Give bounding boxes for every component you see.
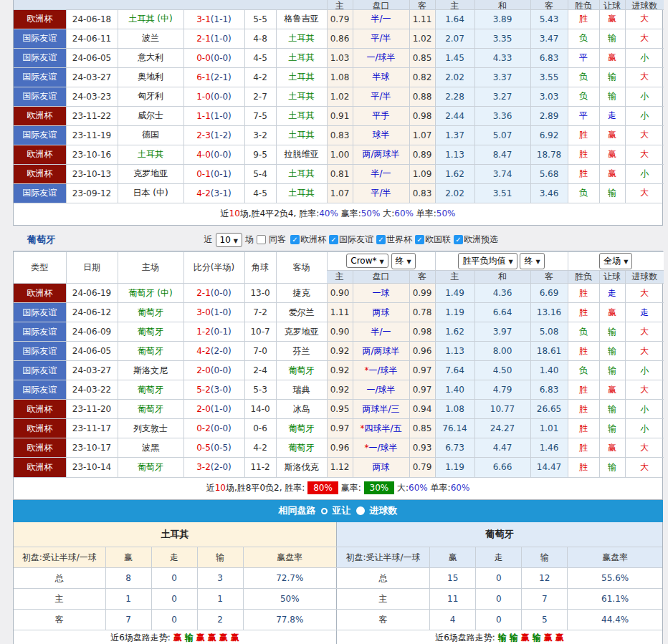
euro-final-select[interactable]: 终▼ <box>520 253 544 269</box>
comparison-row: 客 7 0 2 77.8% <box>14 610 336 630</box>
result-cell: 胜 <box>568 458 599 477</box>
portugal-table-block: 类型 日期 主场 比分(半场) 角球 客场 Crow*▼ 终▼ 胜平负均值▼ 终… <box>13 251 663 500</box>
fulltime-score: 2-3 <box>196 130 211 140</box>
asian-handicap-radio-label[interactable]: 亚让 <box>333 504 351 517</box>
result-cell: 胜 <box>568 419 599 438</box>
odds-type-select[interactable]: 胜平负均值▼ <box>458 253 517 269</box>
comparison-row: 客 4 0 5 44.4% <box>337 610 662 630</box>
league-checkbox[interactable]: ✓ <box>454 235 463 244</box>
euro-away-odds: 3.47 <box>530 29 568 48</box>
asian-home-odds: 1.07 <box>327 183 353 203</box>
league-checkbox[interactable]: ✓ <box>329 235 338 244</box>
score-cell: 0-0(0-0) <box>183 48 244 67</box>
date-cell: 24-06-09 <box>66 322 118 342</box>
portugal-section-bar: 葡萄牙 近 10▼ 场 同客 ✓欧洲杯✓国际友谊✓世界杯✓欧国联✓欧洲预选 <box>13 229 663 251</box>
league-checkbox[interactable]: ✓ <box>376 235 386 244</box>
col-euro-home: 主 <box>435 271 474 284</box>
euro-home-odds: 2.28 <box>435 87 474 106</box>
home-team-cell: 斯洛文尼 <box>118 361 183 380</box>
chevron-down-icon: ▼ <box>535 259 540 265</box>
euro-home-odds: 1.19 <box>435 303 474 322</box>
euro-away-odds: 6.69 <box>530 284 568 303</box>
handicap-value: 一/球半 <box>368 443 397 453</box>
result-cell: 平 <box>568 48 599 67</box>
euro-draw-odds: 10.77 <box>474 400 530 419</box>
result-cell: 胜 <box>568 342 599 361</box>
date-cell: 24-06-11 <box>66 29 118 48</box>
clipped-header-spacer <box>14 0 327 9</box>
fulltime-score: 1-1 <box>196 111 211 121</box>
home-team-cell: 土耳其 (中) <box>118 9 183 29</box>
handicap-value: 半/一 <box>371 14 391 24</box>
banner-title: 相同盘路 <box>279 504 316 517</box>
league-checkbox[interactable]: ✓ <box>290 235 300 244</box>
corner-cell: 9-5 <box>244 145 276 164</box>
euro-draw-odds: 4.47 <box>474 438 530 458</box>
handicap-result-cell: 输 <box>599 29 625 48</box>
asian-away-odds: 0.97 <box>409 380 435 400</box>
match-row: 国际友谊 24-06-12 葡萄牙 3-0(1-0) 7-2 爱尔兰 1.11 … <box>14 303 664 322</box>
date-cell: 24-06-19 <box>66 284 118 303</box>
handicap-cell: *一/球半 <box>353 361 409 380</box>
handicap-cell: 平/半 <box>353 29 409 48</box>
halftime-score: (2-0) <box>211 346 232 356</box>
league-cell: 国际友谊 <box>14 87 66 106</box>
handicap-value: 平/半 <box>371 91 391 101</box>
goals-result-cell: 大 <box>625 380 664 400</box>
handicap-cell: 平手 <box>353 106 409 125</box>
trend-items: 输输赢输赢赢 <box>495 633 564 643</box>
asian-handicap-radio[interactable] <box>321 508 328 514</box>
col-corner: 角球 <box>244 252 276 284</box>
row-label: 客 <box>14 610 105 630</box>
col-win: 赢 <box>430 547 476 568</box>
goals-result-cell: 大 <box>625 342 664 361</box>
col-score: 比分(半场) <box>183 252 244 284</box>
turkey-table-block: 主 盘口 客 主 和 客 胜负 让球 进球数 欧洲杯 24-06-18 土耳其 … <box>13 0 663 226</box>
win-rate: 72.7% <box>243 568 336 589</box>
summary-count: 10 <box>215 483 226 493</box>
trend-label: 近6场盘路走势: <box>435 633 495 643</box>
league-cell: 国际友谊 <box>14 29 66 48</box>
fulltime-score: 3-1 <box>196 14 211 24</box>
date-cell: 24-03-23 <box>66 87 118 106</box>
asian-final-select[interactable]: 终▼ <box>391 253 416 269</box>
win-count: 1 <box>105 589 151 610</box>
handicap-value: 一球 <box>373 288 390 298</box>
same-away-checkbox[interactable] <box>257 235 266 244</box>
euro-away-odds: 1.46 <box>530 438 568 458</box>
col-handicap: 盘口 <box>353 271 409 284</box>
asian-home-odds: 0.91 <box>327 106 353 125</box>
lose-count: 2 <box>197 610 243 630</box>
asian-away-odds: 0.88 <box>409 87 435 106</box>
goals-radio[interactable] <box>356 506 365 515</box>
result-cell: 平 <box>568 106 599 125</box>
league-checkbox[interactable]: ✓ <box>415 235 424 244</box>
win-count: 7 <box>105 610 151 630</box>
handicap-cell: 两/两球半 <box>353 342 409 361</box>
result-cell: 负 <box>568 183 599 203</box>
handicap-value: 两球 <box>373 462 390 472</box>
bookmaker-select[interactable]: Crow*▼ <box>346 254 388 268</box>
handicap-value: 一/球半 <box>367 52 396 62</box>
euro-home-odds: 1.45 <box>435 48 474 67</box>
col-date: 日期 <box>66 252 118 284</box>
handicap-result-cell: 输 <box>599 87 625 106</box>
scope-select[interactable]: 全场▼ <box>599 253 632 269</box>
league-cell: 国际友谊 <box>14 342 66 361</box>
trend-row: 近6场盘路走势:输输赢输赢赢 <box>337 630 662 644</box>
euro-home-odds: 1.62 <box>435 322 474 342</box>
recent-count-select[interactable]: 10▼ <box>216 233 242 247</box>
euro-draw-odds: 3.36 <box>474 106 530 125</box>
turkey-match-table: 主 盘口 客 主 和 客 胜负 让球 进球数 欧洲杯 24-06-18 土耳其 … <box>14 0 664 203</box>
halftime-score: (1-0) <box>211 307 232 317</box>
summary-over-rate: 60% <box>409 483 428 493</box>
euro-away-odds: 14.47 <box>530 458 568 477</box>
league-checkbox-label: 欧洲预选 <box>464 234 498 246</box>
dropdown-header-row: 类型 日期 主场 比分(半场) 角球 客场 Crow*▼ 终▼ 胜平负均值▼ 终… <box>14 252 664 271</box>
goals-radio-label[interactable]: 进球数 <box>370 504 398 517</box>
fulltime-score: 5-2 <box>196 385 211 395</box>
date-cell: 24-06-18 <box>66 9 118 29</box>
handicap-value: 半/一 <box>371 168 391 178</box>
euro-away-odds: 1.01 <box>530 419 568 438</box>
euro-draw-odds: 4.50 <box>474 361 530 380</box>
